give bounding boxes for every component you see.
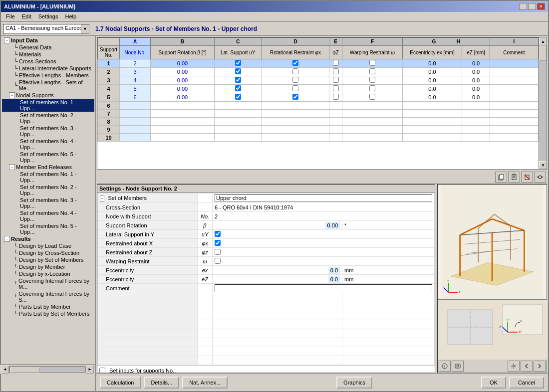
settings-btn[interactable]: [508, 361, 520, 372]
table-row[interactable]: 230.000.00.0: [98, 68, 539, 76]
checkbox-cell-rotx[interactable]: [262, 110, 329, 118]
rotx-checkbox-row-3[interactable]: [292, 85, 298, 91]
lat-checkbox-row-4[interactable]: [235, 94, 241, 100]
checkbox-cell-rotx[interactable]: [262, 76, 329, 85]
checkbox-cell-rotz[interactable]: [329, 118, 342, 126]
warp-checkbox-row-1[interactable]: [369, 68, 375, 74]
set-inputs-checkbox[interactable]: [99, 368, 105, 373]
warp-checkbox-row-0[interactable]: [369, 60, 375, 66]
ecc-z-cell[interactable]: [462, 134, 490, 142]
warp-checkbox-row-3[interactable]: [369, 85, 375, 91]
scroll-thumb[interactable]: [10, 368, 40, 373]
sidebar-item-effective-lengths-members[interactable]: └ Effective Lengths - Members: [2, 72, 94, 79]
table-row[interactable]: 9: [98, 126, 539, 134]
calculation-button[interactable]: Calculation: [100, 377, 141, 389]
rotz-checkbox-row-0[interactable]: [333, 60, 339, 66]
sidebar-item-member-1[interactable]: Set of members No. 1 - Upp...: [2, 171, 94, 184]
scroll-up-btn[interactable]: ▲: [539, 37, 547, 45]
comment-input[interactable]: [215, 284, 432, 292]
sidebar-item-nodal-2[interactable]: Set of members No. 2 - Upp...: [2, 112, 94, 125]
settings-value-rotation[interactable]: 0.00: [213, 221, 342, 230]
rotation-cell[interactable]: [151, 110, 214, 118]
cancel-button[interactable]: Cancel: [509, 377, 544, 389]
scroll-track-v[interactable]: [539, 45, 547, 161]
checkbox-cell-lat[interactable]: [214, 76, 262, 85]
rotation-cell[interactable]: 0.00: [151, 76, 214, 85]
node-no-cell[interactable]: 6: [120, 93, 151, 102]
rotation-cell[interactable]: 0.00: [151, 68, 214, 76]
checkbox-cell-rotz[interactable]: [329, 126, 342, 134]
checkbox-cell-lat[interactable]: [214, 68, 262, 76]
node-no-cell[interactable]: [120, 118, 151, 126]
sidebar-item-parts-set[interactable]: └ Parts List by Set of Members: [2, 310, 94, 317]
comment-cell[interactable]: [490, 68, 538, 76]
ecc-z-cell[interactable]: [462, 102, 490, 110]
expand-icon-results[interactable]: -: [4, 236, 10, 242]
ecc-z-cell[interactable]: 0.0: [462, 68, 490, 76]
checkbox-cell-lat[interactable]: [214, 102, 262, 110]
sidebar-item-member-3[interactable]: Set of members No. 3 - Upp...: [2, 196, 94, 209]
checkbox-cell-warp[interactable]: [342, 126, 403, 134]
back-btn[interactable]: [521, 361, 533, 372]
comment-cell[interactable]: [490, 102, 538, 110]
checkbox-cell-rotz[interactable]: [329, 110, 342, 118]
copy-row-btn[interactable]: [495, 172, 507, 183]
info-btn[interactable]: i: [439, 361, 451, 372]
checkbox-cell-rotx[interactable]: [262, 102, 329, 110]
checkbox-cell-warp[interactable]: [342, 93, 403, 102]
comment-cell[interactable]: [490, 134, 538, 142]
checkbox-cell-warp[interactable]: [342, 134, 403, 142]
sidebar-item-design-member[interactable]: └ Design by Member: [2, 263, 94, 270]
rotz-checkbox-row-4[interactable]: [333, 94, 339, 100]
checkbox-cell-lat[interactable]: [214, 93, 262, 102]
checkbox-cell-rotx[interactable]: [262, 118, 329, 126]
view-btn[interactable]: [534, 172, 546, 183]
paste-row-btn[interactable]: [508, 172, 520, 183]
ecc-z-cell[interactable]: 0.0: [462, 59, 490, 68]
ecc-z-cell[interactable]: 0.0: [462, 85, 490, 93]
rotation-cell[interactable]: 0.00: [151, 93, 214, 102]
rotation-cell[interactable]: [151, 134, 214, 142]
node-no-cell[interactable]: [120, 102, 151, 110]
expand-set-members[interactable]: -: [100, 195, 104, 201]
sidebar-item-nodal-3[interactable]: Set of members No. 3 - Upp...: [2, 125, 94, 138]
settings-value-comment[interactable]: [213, 284, 435, 293]
checkbox-cell-warp[interactable]: [342, 59, 403, 68]
checkbox-cell-rotx[interactable]: [262, 85, 329, 93]
menu-edit[interactable]: Edit: [19, 13, 34, 20]
lat-support-checkbox[interactable]: [215, 231, 221, 237]
warp-checkbox-row-2[interactable]: [369, 77, 375, 83]
restrained-x-checkbox[interactable]: [215, 240, 221, 246]
close-button[interactable]: ✕: [537, 3, 545, 10]
checkbox-cell-rotz[interactable]: [329, 93, 342, 102]
ok-button[interactable]: OK: [481, 377, 506, 389]
comment-cell[interactable]: [490, 93, 538, 102]
photo-btn[interactable]: [452, 361, 464, 372]
sidebar-item-materials[interactable]: └ Materials: [2, 51, 94, 58]
node-no-cell[interactable]: [120, 110, 151, 118]
checkbox-cell-rotx[interactable]: [262, 59, 329, 68]
checkbox-cell-lat[interactable]: [214, 118, 262, 126]
sidebar-item-design-cross[interactable]: └ Design by Cross-Section: [2, 249, 94, 256]
scroll-thumb-v[interactable]: [540, 46, 547, 61]
table-row[interactable]: 560.000.00.0: [98, 93, 539, 102]
scroll-track[interactable]: [9, 367, 86, 373]
scroll-down-btn[interactable]: ▼: [539, 161, 547, 169]
checkbox-cell-rotz[interactable]: [329, 102, 342, 110]
rotz-checkbox-row-2[interactable]: [333, 77, 339, 83]
ecc-z-cell[interactable]: [462, 110, 490, 118]
comment-cell[interactable]: [490, 110, 538, 118]
forward-btn[interactable]: [534, 361, 546, 372]
ecc-x-cell[interactable]: 0.0: [402, 76, 462, 85]
sidebar-item-gov-forces-s[interactable]: └ Governing Internal Forces by S...: [2, 290, 94, 303]
rotation-cell[interactable]: [151, 126, 214, 134]
sidebar-item-parts-member[interactable]: └ Parts List by Member: [2, 303, 94, 310]
sidebar-item-nodal-1[interactable]: Set of members No. 1 - Upp...: [2, 99, 94, 112]
ecc-x-cell[interactable]: 0.0: [402, 93, 462, 102]
sidebar-item-design-xloc[interactable]: └ Design by x-Location: [2, 270, 94, 277]
comment-cell[interactable]: [490, 118, 538, 126]
rotation-cell[interactable]: 0.00: [151, 85, 214, 93]
checkbox-cell-lat[interactable]: [214, 59, 262, 68]
delete-row-btn[interactable]: [521, 172, 533, 183]
expand-icon-nodal[interactable]: -: [9, 92, 15, 98]
